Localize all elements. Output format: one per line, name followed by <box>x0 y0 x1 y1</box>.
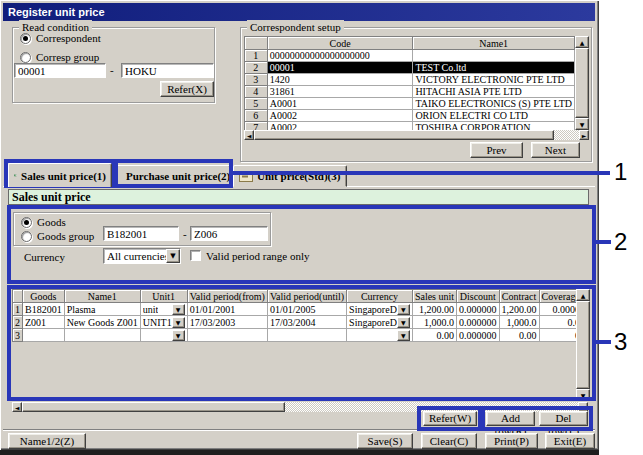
window-titlebar[interactable]: Register unit price <box>3 3 595 21</box>
table-row[interactable]: 7A0002TOSHIBA CORPORATION <box>245 122 575 131</box>
scroll-left-icon[interactable]: ◄ <box>244 130 254 140</box>
annotation-box-tab2 <box>114 159 233 188</box>
annotation-number-1: 1 <box>614 159 627 185</box>
name12-button[interactable]: Name1/2(Z) <box>8 433 86 449</box>
print-button[interactable]: Print(P) <box>485 433 538 449</box>
corresp-group-radio[interactable] <box>20 52 31 63</box>
correspondent-code-input[interactable] <box>14 63 106 78</box>
annotation-box-region3 <box>7 285 596 401</box>
annotation-box-region2 <box>7 205 596 284</box>
correspondent-radio-label: Correspondent <box>36 32 101 45</box>
table-row-selected[interactable]: 200001TEST Co.ltd <box>245 62 575 74</box>
table-row[interactable]: 5A0001TAIKO ELECTRONICS (S) PTE LTD <box>245 98 575 110</box>
clear-button[interactable]: Clear(C) <box>421 433 477 449</box>
annotation-line-1 <box>233 171 610 175</box>
annotation-number-3: 3 <box>614 329 627 355</box>
save-button[interactable]: Save(S) <box>357 433 413 449</box>
correspondent-radio[interactable] <box>20 33 31 44</box>
scroll-left-icon[interactable]: ◄ <box>12 402 22 412</box>
annotation-box-addrow-delrow <box>481 406 593 431</box>
prev-button[interactable]: Prev <box>470 142 523 158</box>
annotation-line-2 <box>595 240 611 244</box>
correspondent-name-input[interactable] <box>121 63 214 78</box>
table-row[interactable]: 31420VICTORY ELECTRONIC PTE LTD <box>245 74 575 86</box>
range-dash: - <box>110 64 114 77</box>
next-button[interactable]: Next <box>531 142 580 158</box>
scroll-down-icon[interactable]: ▼ <box>575 118 589 130</box>
correspondent-table-header: Code Name1 <box>245 37 575 50</box>
correspondent-vertical-scrollbar[interactable]: ▲ ▼ <box>575 36 589 130</box>
refer-x-button[interactable]: Refer(X) <box>160 81 214 97</box>
scroll-right-icon[interactable]: ► <box>579 130 589 140</box>
scrollbar-thumb[interactable] <box>254 130 554 140</box>
correspondent-table[interactable]: Code Name1 100000000000000000000 200001T… <box>244 36 575 130</box>
tab-sales-unit-price[interactable]: Sales unit price(1) <box>8 163 112 187</box>
scrollbar-thumb[interactable] <box>22 402 285 412</box>
annotation-box-refer <box>417 406 482 431</box>
correspondent-horizontal-scrollbar[interactable]: ◄ ► <box>244 130 589 140</box>
table-row[interactable]: 431861HITACHI ASIA PTE LTD <box>245 86 575 98</box>
scrollbar-track[interactable] <box>554 130 579 140</box>
book-icon <box>14 169 17 182</box>
annotation-number-2: 2 <box>614 229 627 255</box>
correspondent-setup-legend: Correspondent setup <box>247 20 344 34</box>
screenshot-root: Register unit price Read condition Corre… <box>0 0 643 455</box>
exit-button[interactable]: Exit(E) <box>545 433 595 449</box>
scroll-up-icon[interactable]: ▲ <box>575 36 589 48</box>
sales-unit-price-header: Sales unit price <box>8 189 589 205</box>
table-row[interactable]: 100000000000000000000 <box>245 50 575 62</box>
scrollbar-thumb[interactable] <box>575 48 589 118</box>
table-row[interactable]: 6A0002ORION ELECTRI CO LTD <box>245 110 575 122</box>
window-title: Register unit price <box>8 6 105 18</box>
tab-unit-price-std[interactable]: Unit price(Std)(3) <box>233 165 347 187</box>
annotation-line-3 <box>595 340 611 344</box>
window-bottom-edge <box>0 450 599 455</box>
